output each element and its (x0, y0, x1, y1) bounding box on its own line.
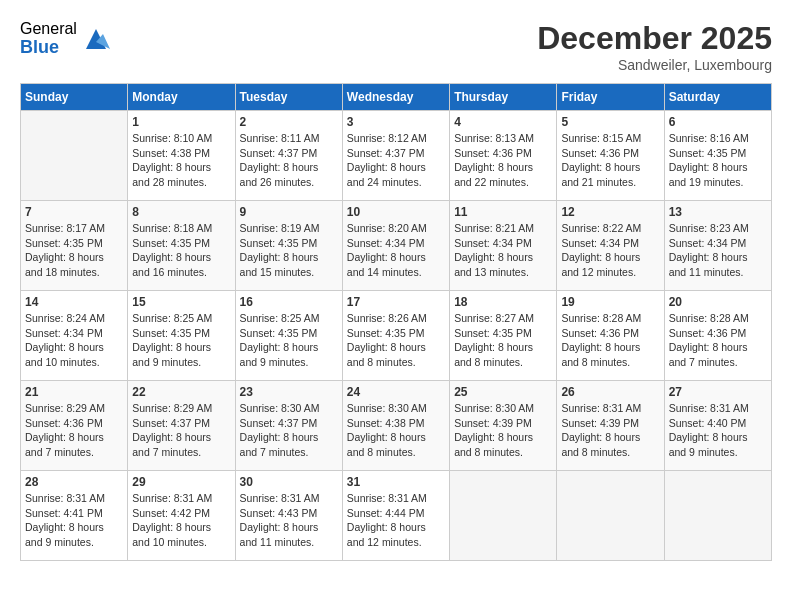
calendar-cell: 19Sunrise: 8:28 AM Sunset: 4:36 PM Dayli… (557, 291, 664, 381)
day-number: 19 (561, 295, 659, 309)
calendar-cell: 22Sunrise: 8:29 AM Sunset: 4:37 PM Dayli… (128, 381, 235, 471)
calendar-cell: 28Sunrise: 8:31 AM Sunset: 4:41 PM Dayli… (21, 471, 128, 561)
day-number: 14 (25, 295, 123, 309)
day-number: 27 (669, 385, 767, 399)
calendar-cell (21, 111, 128, 201)
calendar-header-friday: Friday (557, 84, 664, 111)
calendar-week-2: 7Sunrise: 8:17 AM Sunset: 4:35 PM Daylig… (21, 201, 772, 291)
day-number: 17 (347, 295, 445, 309)
day-number: 3 (347, 115, 445, 129)
day-detail: Sunrise: 8:28 AM Sunset: 4:36 PM Dayligh… (669, 311, 767, 370)
calendar-cell: 1Sunrise: 8:10 AM Sunset: 4:38 PM Daylig… (128, 111, 235, 201)
day-number: 31 (347, 475, 445, 489)
day-detail: Sunrise: 8:31 AM Sunset: 4:41 PM Dayligh… (25, 491, 123, 550)
day-number: 16 (240, 295, 338, 309)
day-number: 12 (561, 205, 659, 219)
day-number: 9 (240, 205, 338, 219)
calendar-cell: 7Sunrise: 8:17 AM Sunset: 4:35 PM Daylig… (21, 201, 128, 291)
day-detail: Sunrise: 8:21 AM Sunset: 4:34 PM Dayligh… (454, 221, 552, 280)
day-detail: Sunrise: 8:22 AM Sunset: 4:34 PM Dayligh… (561, 221, 659, 280)
calendar-header-sunday: Sunday (21, 84, 128, 111)
day-number: 22 (132, 385, 230, 399)
day-number: 6 (669, 115, 767, 129)
calendar-cell: 4Sunrise: 8:13 AM Sunset: 4:36 PM Daylig… (450, 111, 557, 201)
calendar-cell: 21Sunrise: 8:29 AM Sunset: 4:36 PM Dayli… (21, 381, 128, 471)
calendar-week-5: 28Sunrise: 8:31 AM Sunset: 4:41 PM Dayli… (21, 471, 772, 561)
calendar-week-4: 21Sunrise: 8:29 AM Sunset: 4:36 PM Dayli… (21, 381, 772, 471)
calendar-cell: 8Sunrise: 8:18 AM Sunset: 4:35 PM Daylig… (128, 201, 235, 291)
calendar-cell: 14Sunrise: 8:24 AM Sunset: 4:34 PM Dayli… (21, 291, 128, 381)
day-detail: Sunrise: 8:17 AM Sunset: 4:35 PM Dayligh… (25, 221, 123, 280)
day-number: 5 (561, 115, 659, 129)
day-number: 23 (240, 385, 338, 399)
calendar-cell: 9Sunrise: 8:19 AM Sunset: 4:35 PM Daylig… (235, 201, 342, 291)
calendar-header-saturday: Saturday (664, 84, 771, 111)
calendar-cell (664, 471, 771, 561)
calendar-cell: 26Sunrise: 8:31 AM Sunset: 4:39 PM Dayli… (557, 381, 664, 471)
calendar-cell: 2Sunrise: 8:11 AM Sunset: 4:37 PM Daylig… (235, 111, 342, 201)
day-detail: Sunrise: 8:31 AM Sunset: 4:40 PM Dayligh… (669, 401, 767, 460)
calendar-cell: 29Sunrise: 8:31 AM Sunset: 4:42 PM Dayli… (128, 471, 235, 561)
calendar-cell: 18Sunrise: 8:27 AM Sunset: 4:35 PM Dayli… (450, 291, 557, 381)
calendar-cell: 23Sunrise: 8:30 AM Sunset: 4:37 PM Dayli… (235, 381, 342, 471)
day-detail: Sunrise: 8:31 AM Sunset: 4:42 PM Dayligh… (132, 491, 230, 550)
calendar-cell: 10Sunrise: 8:20 AM Sunset: 4:34 PM Dayli… (342, 201, 449, 291)
day-number: 7 (25, 205, 123, 219)
day-number: 20 (669, 295, 767, 309)
day-detail: Sunrise: 8:24 AM Sunset: 4:34 PM Dayligh… (25, 311, 123, 370)
day-detail: Sunrise: 8:16 AM Sunset: 4:35 PM Dayligh… (669, 131, 767, 190)
day-detail: Sunrise: 8:29 AM Sunset: 4:36 PM Dayligh… (25, 401, 123, 460)
day-detail: Sunrise: 8:13 AM Sunset: 4:36 PM Dayligh… (454, 131, 552, 190)
day-number: 21 (25, 385, 123, 399)
day-detail: Sunrise: 8:31 AM Sunset: 4:43 PM Dayligh… (240, 491, 338, 550)
day-number: 29 (132, 475, 230, 489)
day-detail: Sunrise: 8:11 AM Sunset: 4:37 PM Dayligh… (240, 131, 338, 190)
calendar-cell: 3Sunrise: 8:12 AM Sunset: 4:37 PM Daylig… (342, 111, 449, 201)
logo-blue: Blue (20, 38, 77, 58)
day-detail: Sunrise: 8:30 AM Sunset: 4:39 PM Dayligh… (454, 401, 552, 460)
calendar-header-row: SundayMondayTuesdayWednesdayThursdayFrid… (21, 84, 772, 111)
day-detail: Sunrise: 8:25 AM Sunset: 4:35 PM Dayligh… (240, 311, 338, 370)
calendar-cell: 17Sunrise: 8:26 AM Sunset: 4:35 PM Dayli… (342, 291, 449, 381)
calendar-table: SundayMondayTuesdayWednesdayThursdayFrid… (20, 83, 772, 561)
day-detail: Sunrise: 8:10 AM Sunset: 4:38 PM Dayligh… (132, 131, 230, 190)
day-detail: Sunrise: 8:12 AM Sunset: 4:37 PM Dayligh… (347, 131, 445, 190)
calendar-cell: 5Sunrise: 8:15 AM Sunset: 4:36 PM Daylig… (557, 111, 664, 201)
day-number: 28 (25, 475, 123, 489)
calendar-cell: 16Sunrise: 8:25 AM Sunset: 4:35 PM Dayli… (235, 291, 342, 381)
calendar-header-tuesday: Tuesday (235, 84, 342, 111)
day-detail: Sunrise: 8:19 AM Sunset: 4:35 PM Dayligh… (240, 221, 338, 280)
day-number: 10 (347, 205, 445, 219)
page-header: General Blue December 2025 Sandweiler, L… (20, 20, 772, 73)
day-number: 25 (454, 385, 552, 399)
location: Sandweiler, Luxembourg (537, 57, 772, 73)
day-detail: Sunrise: 8:30 AM Sunset: 4:38 PM Dayligh… (347, 401, 445, 460)
logo: General Blue (20, 20, 111, 57)
calendar-week-1: 1Sunrise: 8:10 AM Sunset: 4:38 PM Daylig… (21, 111, 772, 201)
day-number: 24 (347, 385, 445, 399)
day-number: 8 (132, 205, 230, 219)
day-detail: Sunrise: 8:20 AM Sunset: 4:34 PM Dayligh… (347, 221, 445, 280)
day-number: 11 (454, 205, 552, 219)
day-detail: Sunrise: 8:23 AM Sunset: 4:34 PM Dayligh… (669, 221, 767, 280)
day-detail: Sunrise: 8:31 AM Sunset: 4:39 PM Dayligh… (561, 401, 659, 460)
calendar-cell: 15Sunrise: 8:25 AM Sunset: 4:35 PM Dayli… (128, 291, 235, 381)
day-number: 13 (669, 205, 767, 219)
calendar-cell (557, 471, 664, 561)
day-detail: Sunrise: 8:15 AM Sunset: 4:36 PM Dayligh… (561, 131, 659, 190)
calendar-header-wednesday: Wednesday (342, 84, 449, 111)
day-detail: Sunrise: 8:30 AM Sunset: 4:37 PM Dayligh… (240, 401, 338, 460)
calendar-cell: 31Sunrise: 8:31 AM Sunset: 4:44 PM Dayli… (342, 471, 449, 561)
day-number: 4 (454, 115, 552, 129)
logo-general: General (20, 20, 77, 38)
calendar-cell: 6Sunrise: 8:16 AM Sunset: 4:35 PM Daylig… (664, 111, 771, 201)
calendar-cell: 30Sunrise: 8:31 AM Sunset: 4:43 PM Dayli… (235, 471, 342, 561)
calendar-header-monday: Monday (128, 84, 235, 111)
day-number: 15 (132, 295, 230, 309)
day-detail: Sunrise: 8:18 AM Sunset: 4:35 PM Dayligh… (132, 221, 230, 280)
day-detail: Sunrise: 8:27 AM Sunset: 4:35 PM Dayligh… (454, 311, 552, 370)
calendar-header-thursday: Thursday (450, 84, 557, 111)
calendar-cell: 12Sunrise: 8:22 AM Sunset: 4:34 PM Dayli… (557, 201, 664, 291)
day-detail: Sunrise: 8:28 AM Sunset: 4:36 PM Dayligh… (561, 311, 659, 370)
day-number: 1 (132, 115, 230, 129)
